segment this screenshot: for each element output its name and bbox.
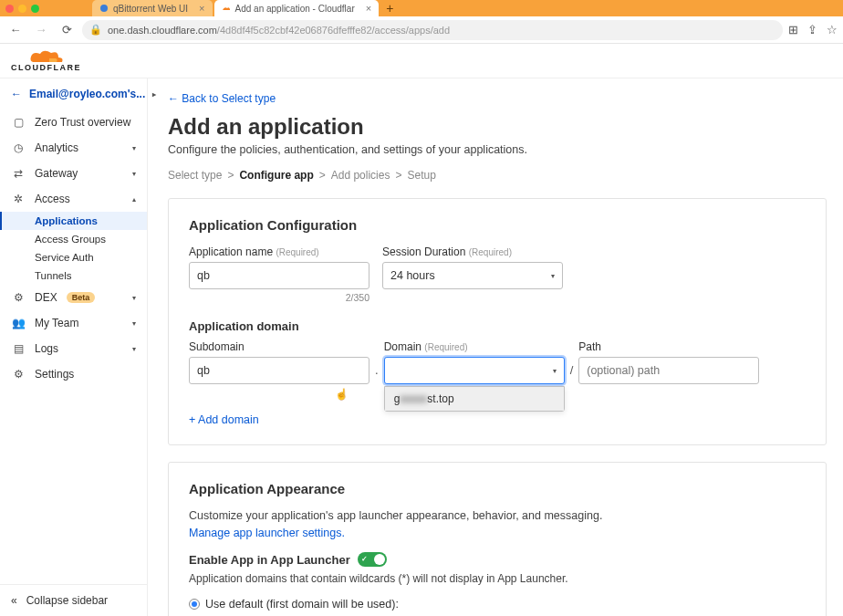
sidebar-item-applications[interactable]: Applications: [0, 212, 147, 230]
sidebar-item-access[interactable]: ✲ Access ▴: [0, 186, 147, 212]
select-value: 24 hours: [390, 269, 435, 282]
path-input[interactable]: [578, 357, 759, 384]
chevron-down-icon: ▾: [551, 272, 555, 280]
sidebar-item-label: My Team: [35, 317, 123, 329]
sidebar-item-settings[interactable]: ⚙ Settings: [0, 361, 147, 387]
path-label: Path: [578, 340, 759, 353]
forward-button[interactable]: →: [31, 20, 51, 40]
access-icon: ✲: [11, 193, 26, 205]
char-counter: 2/350: [189, 292, 369, 303]
logs-icon: ▤: [11, 342, 26, 355]
slash-separator: /: [565, 363, 579, 384]
step-add-policies: Add policies: [331, 169, 390, 182]
session-duration-label: Session Duration (Required): [382, 245, 563, 258]
step-setup: Setup: [407, 169, 435, 182]
sidebar-item-label: Gateway: [35, 167, 123, 180]
chevron-down-icon: ▾: [132, 294, 136, 302]
brand-name: CLOUDFLARE: [11, 63, 81, 72]
step-select-type[interactable]: Select type: [168, 169, 222, 182]
close-tab-icon[interactable]: ×: [366, 3, 371, 14]
chevron-up-icon: ▴: [132, 195, 136, 204]
sidebar-item-dex[interactable]: ⚙ DEX Beta ▾: [0, 285, 147, 310]
step-configure-app: Configure app: [239, 169, 313, 182]
radio-use-default[interactable]: Use default (first domain will be used):: [189, 598, 806, 611]
back-to-select-type-link[interactable]: ← Back to Select type: [168, 92, 276, 105]
minimize-window-icon[interactable]: [18, 5, 26, 13]
close-tab-icon[interactable]: ×: [199, 3, 204, 14]
radio-label: Use default (first domain will be used):: [205, 598, 399, 611]
sidebar-item-my-team[interactable]: 👥 My Team ▾: [0, 310, 147, 336]
radio-icon: [189, 599, 200, 610]
tab-title: Add an application - Cloudflar: [235, 4, 355, 14]
enable-app-launcher-toggle[interactable]: ✓: [358, 552, 387, 567]
domain-select[interactable]: ▾ gxxxxxst.top: [384, 357, 565, 384]
dashboard-icon: ▢: [11, 116, 26, 129]
account-selector[interactable]: ← Email@royleo.com's... ▸: [0, 78, 147, 110]
gateway-icon: ⇄: [11, 167, 26, 180]
app-name-input[interactable]: [189, 262, 369, 289]
sidebar: ← Email@royleo.com's... ▸ ▢ Zero Trust o…: [0, 78, 148, 616]
share-icon[interactable]: ⇪: [807, 23, 817, 37]
close-window-icon[interactable]: [5, 5, 14, 13]
sidebar-item-service-auth[interactable]: Service Auth: [0, 248, 147, 266]
browser-tab-qbittorrent[interactable]: qBittorrent Web UI ×: [92, 0, 213, 16]
lock-icon: 🔒: [89, 24, 102, 36]
collapse-label: Collapse sidebar: [26, 594, 108, 607]
extensions-icon[interactable]: ⊞: [788, 23, 798, 37]
sidebar-item-logs[interactable]: ▤ Logs ▾: [0, 336, 147, 361]
analytics-icon: ◷: [11, 141, 26, 154]
check-icon: ✓: [361, 555, 368, 563]
sidebar-item-label: Zero Trust overview: [35, 116, 136, 129]
domain-option[interactable]: gxxxxxst.top: [385, 387, 564, 411]
add-domain-link[interactable]: + Add domain: [189, 413, 259, 426]
subdomain-label: Subdomain: [189, 340, 369, 353]
collapse-sidebar-button[interactable]: « Collapse sidebar: [0, 584, 147, 616]
tab-title: qBittorrent Web UI: [113, 4, 188, 14]
window-controls: [5, 5, 39, 13]
sidebar-item-label: Service Auth: [35, 252, 94, 263]
sidebar-item-label: Access Groups: [35, 234, 106, 245]
sidebar-item-label: Settings: [35, 368, 136, 381]
chevron-down-icon: ▸: [152, 90, 156, 99]
cloudflare-cloud-icon: [29, 49, 64, 64]
sidebar-item-label: Tunnels: [35, 270, 72, 281]
maximize-window-icon[interactable]: [31, 5, 39, 13]
sidebar-item-analytics[interactable]: ◷ Analytics ▾: [0, 135, 147, 161]
back-arrow-icon: ←: [11, 88, 22, 100]
sidebar-item-label: Analytics: [35, 141, 123, 154]
sidebar-item-overview[interactable]: ▢ Zero Trust overview: [0, 110, 147, 135]
sidebar-item-label: Access: [35, 193, 123, 205]
session-duration-select[interactable]: 24 hours ▾: [382, 262, 563, 289]
sidebar-item-gateway[interactable]: ⇄ Gateway ▾: [0, 161, 147, 186]
browser-tab-cloudflare[interactable]: Add an application - Cloudflar ×: [214, 0, 380, 16]
chevron-down-icon: ▾: [132, 170, 136, 178]
settings-icon: ⚙: [11, 368, 26, 381]
reload-button[interactable]: ⟳: [57, 20, 77, 40]
subdomain-input[interactable]: [189, 357, 369, 384]
back-button[interactable]: ←: [5, 20, 26, 40]
sidebar-item-label: Logs: [35, 342, 123, 355]
sidebar-item-access-groups[interactable]: Access Groups: [0, 230, 147, 248]
header-logo-row: CLOUDFLARE: [0, 44, 843, 78]
browser-tab-bar: qBittorrent Web UI × Add an application …: [0, 0, 843, 16]
chevron-down-icon: ▾: [132, 345, 136, 353]
sidebar-item-tunnels[interactable]: Tunnels: [0, 266, 147, 285]
chevron-down-icon: ▾: [132, 144, 136, 152]
team-icon: 👥: [11, 317, 26, 329]
bookmark-icon[interactable]: ☆: [827, 23, 838, 37]
new-tab-button[interactable]: +: [380, 1, 399, 16]
url-path: /4d8df4f5c82cbf42e06876dfefffe82/access/…: [217, 25, 450, 36]
main-content: ← Back to Select type Add an application…: [148, 78, 843, 616]
enable-app-launcher-label: Enable App in App Launcher: [189, 553, 350, 567]
section-heading: Application Configuration: [189, 217, 806, 233]
cloudflare-logo[interactable]: CLOUDFLARE: [11, 49, 81, 72]
manage-launcher-settings-link[interactable]: Manage app launcher settings.: [189, 527, 345, 539]
app-name-label: Application name (Required): [189, 245, 369, 258]
application-appearance-card: Application Appearance Customize your ap…: [168, 462, 827, 616]
domain-label: Domain (Required): [384, 340, 565, 353]
beta-badge: Beta: [67, 292, 96, 303]
sidebar-item-label: DEX: [35, 291, 57, 304]
url-host: one.dash.cloudflare.com: [108, 25, 217, 36]
section-heading: Application Appearance: [189, 481, 806, 496]
address-bar[interactable]: 🔒 one.dash.cloudflare.com/4d8df4f5c82cbf…: [82, 20, 783, 40]
